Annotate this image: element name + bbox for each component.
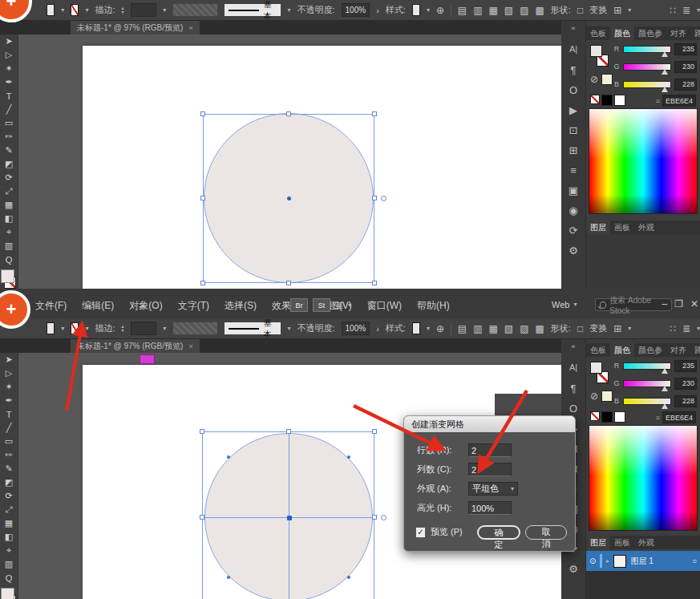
stock-button[interactable]: St bbox=[313, 298, 330, 312]
stroke-weight-field[interactable] bbox=[131, 3, 157, 17]
direct-selection-tool-icon[interactable]: ▷ bbox=[0, 48, 18, 62]
fill-stroke-proxy[interactable] bbox=[590, 362, 611, 386]
chevron-down-icon[interactable]: ▾ bbox=[287, 7, 290, 14]
fill-stroke-proxy[interactable] bbox=[590, 45, 611, 69]
style-swatch[interactable] bbox=[412, 4, 420, 16]
transform-label[interactable]: 变换 bbox=[589, 4, 607, 16]
symbols-panel-icon[interactable]: ◉ bbox=[568, 204, 577, 217]
brush-definition-field[interactable] bbox=[172, 3, 217, 17]
brush-definition-field[interactable] bbox=[172, 322, 217, 335]
paragraph-panel-icon[interactable]: ¶ bbox=[571, 64, 577, 77]
chevron-down-icon[interactable]: ▾ bbox=[287, 326, 290, 332]
artboard-tool-icon[interactable]: ▥ bbox=[0, 557, 18, 571]
chevron-down-icon[interactable]: ▾ bbox=[697, 326, 700, 332]
live-shape-widget[interactable] bbox=[381, 515, 386, 520]
fill-proxy-swatch[interactable] bbox=[590, 362, 602, 374]
gradient-tool-icon[interactable]: ◧ bbox=[0, 212, 18, 225]
chevron-down-icon[interactable]: ▾ bbox=[348, 302, 351, 309]
menu-type[interactable]: 文字(T) bbox=[178, 299, 209, 313]
tools-fill-swatch[interactable] bbox=[1, 269, 14, 283]
none-swatch[interactable] bbox=[590, 411, 600, 421]
document-tab[interactable]: 未标题-1* @ 97% (RGB/预览) × bbox=[71, 339, 200, 353]
layer-thumbnail[interactable] bbox=[613, 555, 626, 568]
close-tab-icon[interactable]: × bbox=[188, 342, 192, 350]
slider-value-b[interactable]: 228 bbox=[674, 79, 697, 91]
color-spectrum[interactable] bbox=[589, 425, 698, 531]
hex-value-field[interactable]: EBE6E4 bbox=[662, 411, 696, 423]
slider-track-g[interactable] bbox=[623, 63, 671, 71]
chevron-down-icon[interactable]: ▾ bbox=[85, 7, 88, 14]
bbox-handle[interactable] bbox=[200, 515, 204, 520]
align-top-icon[interactable]: ▧ bbox=[504, 323, 513, 334]
tab-layers[interactable]: 图层 bbox=[586, 221, 610, 234]
slider-knob[interactable] bbox=[662, 51, 668, 57]
align-bottom-icon[interactable]: ▩ bbox=[536, 323, 544, 334]
collapse-dock-icon[interactable]: « bbox=[571, 342, 575, 355]
slider-knob[interactable] bbox=[662, 87, 668, 92]
center-point[interactable] bbox=[287, 196, 291, 200]
align-left-icon[interactable]: ▤ bbox=[458, 5, 467, 16]
tab-pathfinder[interactable]: 路径查 bbox=[690, 343, 700, 357]
scale-tool-icon[interactable]: ⤢ bbox=[0, 503, 18, 516]
collapse-dock-icon[interactable]: « bbox=[571, 24, 575, 37]
mesh-tool-icon[interactable]: ▦ bbox=[0, 198, 18, 212]
bounds-icon[interactable]: ⊞ bbox=[613, 5, 621, 16]
document-setup-icon[interactable]: ⊕ bbox=[436, 323, 444, 334]
tab-pathfinder[interactable]: 路径查 bbox=[690, 26, 700, 40]
tab-swatches[interactable]: 色板 bbox=[586, 343, 610, 357]
pattern-panel-icon[interactable]: ⊞ bbox=[569, 144, 578, 157]
slider-value-b[interactable]: 228 bbox=[674, 395, 697, 407]
paintbrush-tool-icon[interactable]: ✏ bbox=[0, 130, 18, 144]
restore-button[interactable]: ❐ bbox=[674, 298, 683, 310]
align-right-icon[interactable]: ▦ bbox=[488, 323, 497, 334]
rotate-tool-icon[interactable]: ⟳ bbox=[0, 171, 18, 184]
slider-knob[interactable] bbox=[662, 386, 668, 391]
slider-knob[interactable] bbox=[662, 368, 668, 374]
eraser-tool-icon[interactable]: ◩ bbox=[0, 476, 18, 489]
workspace-switcher[interactable]: Web ▾ bbox=[552, 300, 577, 310]
selection-tool-icon[interactable]: ➤ bbox=[0, 353, 18, 366]
highlight-input[interactable] bbox=[468, 501, 512, 515]
slider-value-g[interactable]: 230 bbox=[674, 378, 697, 390]
chevron-down-icon[interactable]: ▾ bbox=[427, 326, 430, 332]
more-options-icon[interactable]: › bbox=[376, 324, 379, 334]
opentype-panel-icon[interactable]: O bbox=[569, 403, 577, 415]
live-shape-widget[interactable] bbox=[381, 196, 386, 201]
tab-layers[interactable]: 图层 bbox=[586, 536, 610, 549]
align-center-icon[interactable]: ▥ bbox=[473, 323, 482, 334]
mesh-node[interactable] bbox=[227, 455, 230, 459]
canvas[interactable] bbox=[18, 34, 561, 289]
pencil-tool-icon[interactable]: ✎ bbox=[0, 144, 18, 157]
target-icon[interactable]: ○ bbox=[692, 557, 697, 565]
graphic-styles-panel-icon[interactable]: ⚙ bbox=[568, 245, 578, 257]
menu-select[interactable]: 选择(S) bbox=[225, 299, 257, 313]
character-panel-icon[interactable]: A| bbox=[569, 362, 577, 375]
workspace-list-icon[interactable]: ≣ bbox=[682, 5, 690, 16]
dialog-title[interactable]: 创建渐变网格 bbox=[404, 416, 575, 432]
slider-track-b[interactable] bbox=[623, 81, 671, 88]
black-swatch[interactable] bbox=[601, 95, 613, 106]
slider-track-g[interactable] bbox=[623, 380, 671, 387]
menu-edit[interactable]: 编辑(E) bbox=[82, 299, 114, 313]
slider-value-r[interactable]: 235 bbox=[674, 43, 697, 55]
columns-input[interactable] bbox=[468, 463, 512, 476]
stroke-style-select[interactable]: 基本 bbox=[225, 4, 281, 16]
artboard-tool-icon[interactable]: ▥ bbox=[0, 239, 18, 253]
chevron-down-icon[interactable]: ▾ bbox=[163, 326, 166, 332]
visibility-eye-icon[interactable]: ⊙ bbox=[589, 557, 596, 565]
tools-fill-swatch[interactable] bbox=[1, 588, 14, 599]
chevron-down-icon[interactable]: ▾ bbox=[163, 7, 166, 14]
mesh-tool-icon[interactable]: ▦ bbox=[0, 516, 18, 530]
eyedropper-tool-icon[interactable]: ⌖ bbox=[0, 544, 18, 557]
layer-name[interactable]: 图层 1 bbox=[630, 556, 653, 567]
tab-align[interactable]: 对齐 bbox=[666, 343, 690, 357]
bbox-handle[interactable] bbox=[372, 111, 377, 116]
bbox-handle[interactable] bbox=[286, 281, 291, 285]
document-tab[interactable]: 未标题-1* @ 97% (RGB/预览) × bbox=[71, 21, 200, 34]
pencil-tool-icon[interactable]: ✎ bbox=[0, 462, 18, 476]
bbox-handle[interactable] bbox=[200, 429, 204, 434]
align-top-icon[interactable]: ▧ bbox=[504, 5, 513, 16]
opacity-field[interactable]: 100% bbox=[342, 322, 370, 335]
tab-swatches[interactable]: 色板 bbox=[586, 26, 610, 40]
slider-track-r[interactable] bbox=[623, 46, 671, 53]
